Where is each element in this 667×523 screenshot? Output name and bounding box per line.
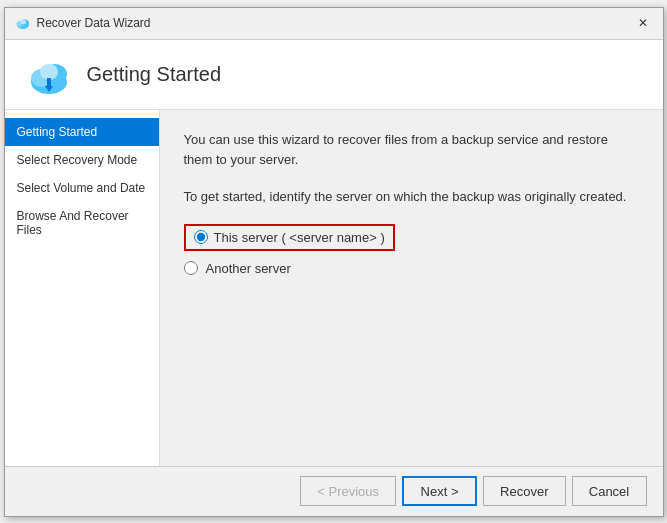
- content-area: Getting Started Select Recovery Mode Sel…: [5, 110, 663, 466]
- header: Getting Started: [5, 40, 663, 110]
- header-title: Getting Started: [87, 63, 222, 86]
- header-icon: [25, 50, 73, 98]
- next-button[interactable]: Next >: [402, 476, 477, 506]
- another-server-radio[interactable]: [184, 261, 198, 275]
- main-panel: You can use this wizard to recover files…: [160, 110, 663, 466]
- sidebar-item-select-volume-date[interactable]: Select Volume and Date: [5, 174, 159, 202]
- sidebar: Getting Started Select Recovery Mode Sel…: [5, 110, 160, 466]
- intro-line1: You can use this wizard to recover files…: [184, 130, 639, 172]
- svg-point-7: [40, 64, 58, 80]
- another-server-option[interactable]: Another server: [184, 261, 639, 276]
- sidebar-item-getting-started[interactable]: Getting Started: [5, 118, 159, 146]
- previous-button[interactable]: < Previous: [300, 476, 396, 506]
- title-bar-left: Recover Data Wizard: [15, 15, 151, 31]
- this-server-box: This server ( <server name> ): [184, 224, 395, 251]
- app-icon: [15, 15, 31, 31]
- intro-line2: To get started, identify the server on w…: [184, 187, 639, 208]
- title-bar: Recover Data Wizard ✕: [5, 8, 663, 40]
- another-server-label: Another server: [206, 261, 291, 276]
- server-selection-group: This server ( <server name> ) Another se…: [184, 224, 639, 276]
- svg-point-3: [20, 20, 26, 25]
- this-server-radio[interactable]: [194, 230, 208, 244]
- svg-rect-8: [47, 78, 51, 88]
- window-title: Recover Data Wizard: [37, 16, 151, 30]
- recover-button[interactable]: Recover: [483, 476, 565, 506]
- this-server-option[interactable]: This server ( <server name> ): [184, 224, 639, 251]
- sidebar-item-select-recovery-mode[interactable]: Select Recovery Mode: [5, 146, 159, 174]
- close-button[interactable]: ✕: [633, 13, 653, 33]
- cancel-button[interactable]: Cancel: [572, 476, 647, 506]
- sidebar-item-browse-recover[interactable]: Browse And Recover Files: [5, 202, 159, 244]
- footer: < Previous Next > Recover Cancel: [5, 466, 663, 516]
- this-server-label: This server ( <server name> ): [214, 230, 385, 245]
- wizard-window: Recover Data Wizard ✕ Getting Started Ge…: [4, 7, 664, 517]
